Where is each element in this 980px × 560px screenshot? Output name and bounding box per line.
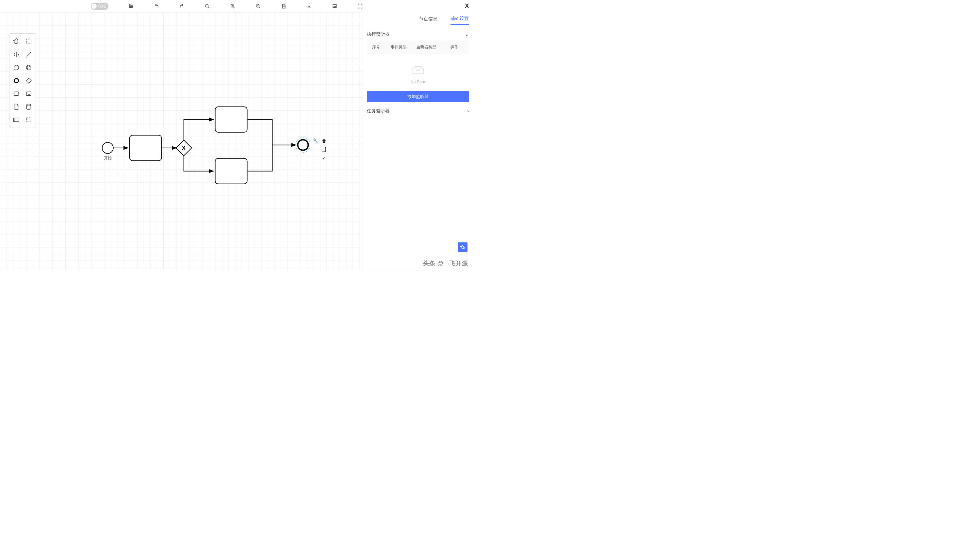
watermark: 头条 @一飞开源 — [423, 259, 468, 267]
listener-table-header: 序号 事件类型 监听器类型 操作 — [367, 40, 469, 54]
close-button[interactable]: X — [465, 3, 469, 10]
connect-icon[interactable]: ➶ — [321, 155, 327, 161]
top-toolbar: 模拟 X — [0, 0, 473, 12]
annotation-icon[interactable]: ⎯[ — [321, 147, 327, 152]
col-listener: 监听器类型 — [414, 45, 438, 50]
end-event-node[interactable] — [297, 139, 309, 151]
add-listener-button[interactable]: 添加监听器 — [367, 91, 469, 102]
canvas[interactable]: 开始 X 🔧 🗑 ⎯[ ➶ — [0, 12, 362, 270]
svg-point-0 — [205, 4, 208, 7]
data-store-icon[interactable] — [23, 100, 35, 113]
start-event-node[interactable] — [102, 142, 114, 154]
tab-node-info[interactable]: 节点信息 — [419, 16, 438, 25]
start-event-icon[interactable] — [10, 61, 23, 74]
col-index: 序号 — [369, 45, 383, 50]
svg-rect-9 — [14, 92, 19, 95]
empty-box-icon — [410, 64, 426, 75]
col-action: 操作 — [442, 45, 466, 50]
empty-text: No Data — [367, 80, 469, 84]
data-object-icon[interactable] — [10, 100, 23, 113]
trash-icon[interactable]: 🗑 — [321, 138, 327, 144]
chevron-right-icon: › — [468, 108, 469, 114]
settings-fab[interactable] — [458, 242, 468, 252]
save-icon[interactable] — [281, 3, 287, 9]
download-icon[interactable] — [306, 3, 312, 9]
intermediate-event-icon[interactable] — [23, 61, 35, 74]
svg-rect-8 — [26, 78, 32, 83]
task-node-1[interactable] — [129, 135, 162, 161]
panel-tabs: 节点信息 基础设置 — [367, 12, 469, 28]
simulation-toggle-label: 模拟 — [98, 3, 106, 9]
simulation-toggle[interactable]: 模拟 — [91, 3, 108, 10]
chevron-down-icon: ⌄ — [465, 32, 469, 37]
svg-point-12 — [27, 104, 31, 106]
task-listener-title: 任务监听器 — [367, 108, 390, 114]
svg-rect-11 — [28, 94, 29, 96]
tool-palette — [9, 33, 36, 128]
svg-point-6 — [27, 66, 30, 69]
svg-rect-13 — [14, 118, 19, 122]
group-icon[interactable] — [23, 113, 35, 127]
hand-tool-icon[interactable] — [10, 35, 23, 48]
tab-basic-settings[interactable]: 基础设置 — [451, 16, 469, 25]
folder-open-icon[interactable] — [128, 3, 134, 9]
svg-rect-10 — [27, 92, 32, 95]
zoom-out-icon[interactable] — [255, 3, 261, 9]
empty-state: No Data — [367, 64, 469, 84]
svg-rect-3 — [27, 39, 32, 44]
zoom-in-icon[interactable] — [230, 3, 236, 9]
image-icon[interactable] — [331, 3, 338, 9]
fullscreen-icon[interactable] — [357, 3, 363, 9]
subprocess-icon[interactable] — [23, 87, 35, 100]
exec-listener-title: 执行监听器 — [367, 32, 390, 37]
undo-icon[interactable] — [153, 3, 160, 9]
gateway-icon[interactable] — [23, 74, 35, 87]
properties-panel: 节点信息 基础设置 执行监听器 ⌄ 序号 事件类型 监听器类型 操作 No Da… — [362, 12, 473, 270]
wrench-icon[interactable]: 🔧 — [313, 138, 318, 144]
svg-point-4 — [14, 65, 19, 70]
task-node-3[interactable] — [215, 158, 248, 184]
connect-tool-icon[interactable] — [23, 48, 35, 61]
end-event-icon[interactable] — [10, 74, 23, 87]
svg-rect-14 — [27, 118, 32, 122]
exclusive-gateway-node[interactable]: X — [175, 140, 192, 156]
col-event: 事件类型 — [386, 45, 410, 50]
start-event-label: 开始 — [104, 155, 112, 161]
task-listener-accordion[interactable]: 任务监听器 › — [367, 105, 469, 117]
svg-point-7 — [14, 78, 18, 83]
zoom-reset-icon[interactable] — [205, 3, 210, 9]
gateway-marker: X — [182, 144, 186, 151]
exec-listener-accordion[interactable]: 执行监听器 ⌄ — [367, 28, 469, 40]
space-tool-icon[interactable] — [10, 48, 23, 61]
context-pad: 🔧 🗑 ⎯[ ➶ — [313, 138, 327, 161]
participant-icon[interactable] — [10, 113, 23, 127]
lasso-tool-icon[interactable] — [23, 35, 35, 48]
flow-edges — [0, 12, 362, 270]
task-icon[interactable] — [10, 87, 23, 100]
task-node-2[interactable] — [215, 107, 248, 133]
redo-icon[interactable] — [179, 3, 185, 9]
